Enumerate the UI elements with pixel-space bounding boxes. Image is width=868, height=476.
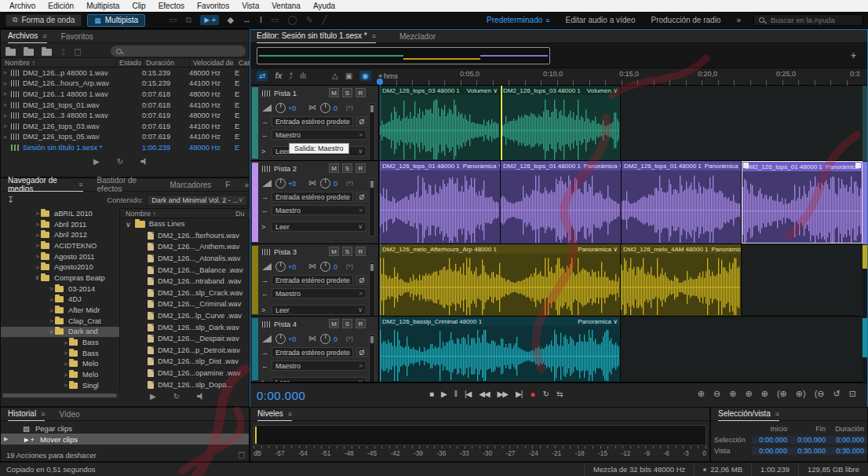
input-monitor-icon[interactable]: (+) [346, 263, 353, 269]
volume-value[interactable]: +0 [288, 263, 296, 271]
record-button[interactable]: ● [530, 390, 534, 399]
clip-param-dropdown[interactable]: Panorámica ∨ [578, 318, 618, 325]
clip-header[interactable]: DM2_126_tops_01 48000 1Panorámica ∨ [742, 162, 862, 171]
time-value-field[interactable]: 0:30.000 [829, 447, 867, 455]
media-file-row[interactable]: DM2_126...slp_Dopa... [121, 379, 250, 390]
arm-record-button[interactable]: R [356, 319, 366, 328]
track-lane[interactable]: DM2_126_melo_Afterhours_Arp 48000 1Panor… [380, 244, 863, 316]
levels-tab[interactable]: Niveles ≡ [257, 408, 292, 421]
slip-tool-icon[interactable]: ↔ [243, 16, 251, 24]
column-header-duracion[interactable]: Duración [142, 59, 189, 67]
expand-chevron-icon[interactable]: > [62, 361, 69, 368]
expand-chevron-icon[interactable]: > [3, 80, 8, 87]
solo-button[interactable]: S [342, 247, 352, 256]
metronome-icon[interactable]: △ [332, 71, 338, 80]
pan-value[interactable]: 0 [334, 335, 337, 343]
file-row[interactable]: >DM2_126...p 48000 1.wav0:15.23948000 Hz… [1, 68, 250, 79]
automation-mode-dropdown[interactable]: Leer∨ [272, 222, 367, 232]
volume-knob[interactable] [275, 103, 286, 113]
track-lane[interactable]: DM2_126_tops_03 48000 1Volumen ∨DM2_126_… [380, 86, 863, 160]
output-selector[interactable]: Maestro> [272, 288, 367, 298]
zoom-selection-button[interactable]: ⊕ [761, 390, 768, 398]
pan-value[interactable]: 0 [334, 104, 337, 112]
waveform-view-button[interactable]: ⧉ Forma de onda [5, 14, 82, 27]
track-name[interactable]: Pista 4 [274, 320, 297, 328]
solo-button[interactable]: S [342, 163, 352, 173]
clip-param-dropdown[interactable]: Volumen ∨ [467, 87, 498, 94]
file-row[interactable]: >DM2_126...hours_Arp.wav0:15.23944100 Hz… [1, 79, 250, 90]
media-file-row[interactable]: DM2_126...lp_Curve .wav [121, 310, 250, 322]
file-row[interactable]: >DM2_126...3 48000 1.wav0:07.61948000 Hz… [1, 110, 250, 121]
trash-icon[interactable] [239, 452, 245, 459]
output-selector[interactable]: Maestro> [272, 205, 367, 215]
open-folder-icon[interactable] [5, 49, 16, 56]
tree-item-clap-crat[interactable]: >Clap_Crat [1, 316, 119, 327]
shuttle-button[interactable]: ⇆ [556, 390, 562, 398]
zoom-out-button[interactable]: ⊖ [713, 390, 720, 398]
menu-item-favoritos[interactable]: Favoritos [191, 2, 235, 10]
tree-item-bass[interactable]: >Bass [1, 348, 119, 359]
tree-item-4dj[interactable]: >4DJ [1, 295, 119, 306]
new-content-icon[interactable] [42, 49, 52, 56]
clip-header[interactable]: DM2_126_melo_4AM 48000 1Panorámica ∨ [621, 244, 741, 254]
go-to-start-button[interactable]: |◀ [465, 390, 471, 398]
play-button[interactable]: ▶ [441, 390, 447, 398]
expand-chevron-icon[interactable]: > [34, 264, 41, 271]
tree-item-dark-and[interactable]: ∨Dark and [1, 327, 119, 338]
input-selector[interactable]: Entrada estéreo predete> [272, 347, 353, 357]
expand-chevron-icon[interactable]: > [34, 232, 41, 239]
tree-item-bass[interactable]: >Bass [1, 337, 119, 348]
panel-overflow-icon[interactable]: » [244, 178, 249, 192]
media-file-row[interactable]: DM2_126..._Criminal.wav [121, 298, 250, 310]
collapse-chevron-icon[interactable]: ∨ [34, 274, 41, 281]
output-selector[interactable]: Maestro> [272, 361, 367, 371]
time-value-field[interactable]: 0:00.000 [752, 436, 790, 444]
expand-chevron-icon[interactable]: > [3, 112, 8, 119]
zoom-in-left-edge-button[interactable]: ⊕ [729, 390, 736, 398]
panel-menu-icon[interactable]: ≡ [372, 32, 376, 40]
collapse-chevron-icon[interactable]: ∨ [126, 220, 131, 229]
media-file-row[interactable]: DM2_126...slp_Dist .wav [121, 356, 250, 368]
expand-chevron-icon[interactable]: > [48, 317, 55, 324]
output-selector[interactable]: Maestro> [272, 130, 367, 140]
media-file-row[interactable]: DM2_126...fterhours.wav [121, 230, 250, 242]
clip-param-dropdown[interactable]: Panorámica ∨ [578, 246, 618, 253]
fast-forward-button[interactable]: ▶▶ [498, 390, 508, 398]
media-file-row[interactable]: DM2_126..._Atonalis.wav [121, 253, 250, 265]
automation-mode-dropdown[interactable]: Leer∨ [272, 305, 367, 315]
pan-knob[interactable] [320, 262, 330, 272]
media-file-row[interactable]: DM2_126..._Balance .wav [121, 264, 250, 276]
pan-knob[interactable] [320, 178, 330, 189]
time-display[interactable]: 0:00.000 [257, 389, 305, 402]
column-header-estado[interactable]: Estado [115, 59, 142, 67]
clip-header[interactable]: DM2_126_basslp_Criminal 48000 1Panorámic… [380, 317, 620, 326]
clip-param-dropdown[interactable]: Volumen ∨ [587, 87, 618, 94]
menu-item-efectos[interactable]: Efectos [152, 2, 191, 10]
zoom-full-button[interactable]: ⊡ [849, 390, 856, 398]
expand-chevron-icon[interactable]: > [34, 242, 41, 249]
tree-item-03-2014[interactable]: >03-2014 [1, 284, 119, 295]
zoom-out-horizontal-button[interactable]: ⊕) [796, 390, 806, 398]
media-file-row[interactable]: DM2_126...ntraband .wav [121, 276, 250, 287]
expand-chevron-icon[interactable]: > [62, 372, 69, 379]
fade-handle-icon[interactable] [855, 163, 861, 168]
clip-header[interactable]: DM2_126_tops_01 48000 1Panorámica ∨ [501, 161, 621, 170]
expand-chevron-icon[interactable]: > [34, 253, 41, 260]
expand-chevron-icon[interactable]: > [3, 101, 8, 108]
files-tab-favoritos[interactable]: Favoritos [61, 30, 93, 43]
input-selector[interactable]: Entrada estéreo predete> [272, 192, 353, 202]
send-icon[interactable]: ⤴ [289, 71, 293, 80]
column-header-can[interactable]: Can [235, 59, 250, 67]
file-row[interactable]: Sesión sin título 1.sesx *1:00.23948000 … [1, 142, 250, 153]
help-search-input[interactable] [769, 15, 855, 25]
download-icon[interactable]: ↧ [7, 195, 14, 205]
expand-chevron-icon[interactable]: > [261, 379, 268, 383]
pan-knob[interactable] [320, 334, 330, 344]
expand-chevron-icon[interactable]: > [3, 123, 8, 130]
audio-clip[interactable]: DM2_126_tops_01 48000 1Panorámica ∨ [742, 161, 863, 243]
overview-viewport-box[interactable] [257, 47, 550, 64]
audio-clip[interactable]: DM2_126_tops_03 48000 1Volumen ∨ [501, 86, 621, 160]
expand-chevron-icon[interactable]: > [48, 285, 55, 292]
time-value-field[interactable]: 0:00.000 [752, 447, 790, 455]
audio-clip[interactable]: DM2_126_melo_4AM 48000 1Panorámica ∨ [621, 244, 742, 316]
